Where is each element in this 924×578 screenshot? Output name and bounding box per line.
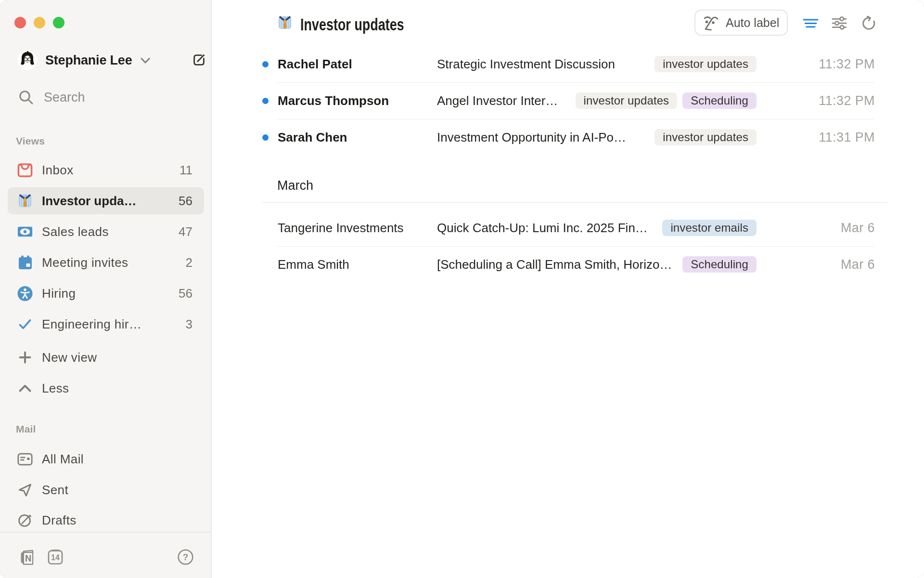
svg-text:?: ?	[183, 552, 189, 562]
svg-text:14: 14	[51, 553, 60, 562]
